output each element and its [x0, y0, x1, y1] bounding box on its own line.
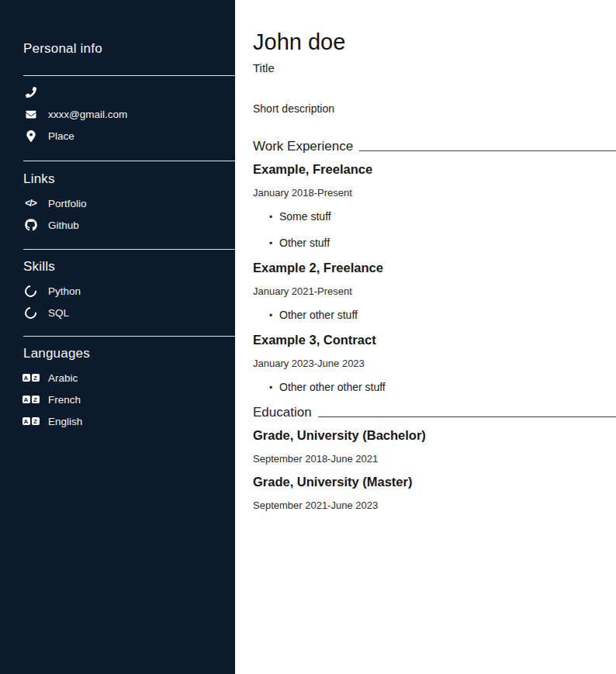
contact-place-label: Place — [48, 130, 74, 142]
link-portfolio-label[interactable]: Portfolio — [48, 198, 87, 209]
sidebar-divider — [23, 161, 235, 161]
bullet-item: Other other other stuff — [279, 381, 616, 393]
language-label: French — [48, 394, 81, 406]
contact-place-row: Place — [23, 126, 235, 145]
circle-notch-icon — [23, 285, 38, 297]
language-item: AZ Arabic — [23, 368, 235, 387]
education-entry-dates: September 2021-June 2023 — [253, 499, 616, 511]
language-icon: AZ — [23, 374, 38, 382]
sidebar: Personal info xxxx@gmail.com Place Links… — [0, 0, 235, 674]
resume-body: John doe Title Short description Work Ex… — [235, 0, 616, 674]
sidebar-heading-links: Links — [23, 171, 235, 187]
skill-item: SQL — [23, 303, 235, 322]
section-heading-work-experience: Work Experience — [253, 139, 616, 154]
language-icon: AZ — [23, 417, 38, 425]
sidebar-divider — [23, 249, 235, 250]
language-label: English — [48, 416, 82, 427]
education-entry-degree: Grade, University (Bachelor) — [253, 428, 616, 443]
sidebar-divider — [23, 336, 235, 337]
work-entry-dates: January 2018-Present — [253, 187, 616, 199]
work-entry-role: Example 2, Freelance — [253, 261, 616, 275]
bullet-item: Other other stuff — [279, 309, 616, 321]
bullet-item: Some stuff — [279, 210, 616, 223]
contact-email-label: xxxx@gmail.com — [48, 109, 127, 120]
sidebar-heading-languages: Languages — [23, 346, 235, 361]
skill-item: Python — [23, 282, 235, 300]
work-entry-bullets: Other other other stuff — [253, 381, 616, 393]
heading-rule — [318, 416, 616, 417]
link-github[interactable]: Github — [23, 216, 235, 234]
language-label: Arabic — [48, 372, 78, 384]
heading-rule — [359, 150, 616, 151]
envelope-icon — [23, 109, 38, 119]
github-icon — [23, 219, 38, 231]
link-portfolio[interactable]: </> Portfolio — [23, 194, 235, 213]
sidebar-heading-personal-info: Personal info — [23, 41, 235, 57]
work-experience-heading-label: Work Experience — [253, 139, 353, 154]
map-marker-icon — [23, 130, 38, 142]
language-icon: AZ — [23, 396, 38, 403]
sidebar-divider — [23, 75, 235, 76]
language-item: AZ French — [23, 390, 235, 409]
work-entry-dates: January 2021-Present — [253, 285, 616, 297]
language-item: AZ English — [23, 412, 235, 430]
phone-icon — [23, 87, 38, 98]
education-heading-label: Education — [253, 405, 312, 420]
education-entry-degree: Grade, University (Master) — [253, 475, 616, 489]
circle-notch-icon — [23, 307, 38, 319]
code-icon: </> — [23, 198, 38, 209]
skill-label: SQL — [48, 307, 69, 319]
sidebar-heading-skills: Skills — [23, 259, 235, 275]
education-entry-dates: September 2018-June 2021 — [253, 453, 616, 465]
person-name: John doe — [253, 29, 616, 54]
work-entry-dates: January 2023-June 2023 — [253, 358, 616, 369]
skill-label: Python — [48, 285, 81, 297]
person-title: Title — [253, 61, 616, 74]
contact-email-row: xxxx@gmail.com — [23, 105, 235, 123]
contact-phone-row — [23, 83, 235, 102]
work-entry-bullets: Other other stuff — [253, 309, 616, 321]
link-github-label[interactable]: Github — [48, 219, 79, 231]
section-heading-education: Education — [253, 405, 616, 420]
short-description: Short description — [253, 102, 616, 115]
resume-page: Personal info xxxx@gmail.com Place Links… — [0, 0, 616, 674]
work-entry-role: Example, Freelance — [253, 162, 616, 177]
bullet-item: Other stuff — [279, 237, 616, 249]
work-entry-role: Example 3, Contract — [253, 333, 616, 347]
work-entry-bullets: Some stuff Other stuff — [253, 210, 616, 249]
